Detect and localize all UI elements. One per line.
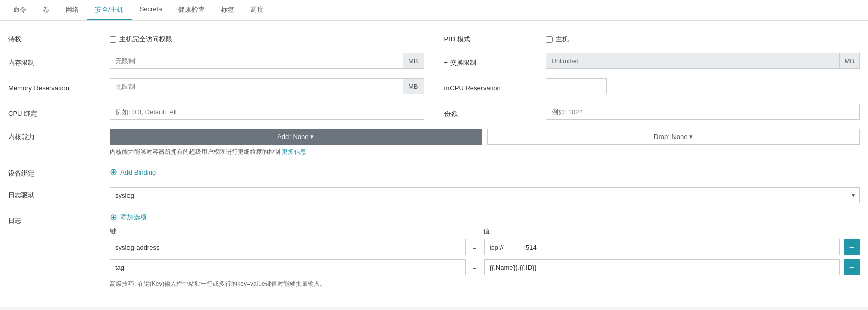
kernel-cap-hint: 内核能力能够对容器所拥有的超级用户权限进行更细粒度的控制 更多信息 (110, 148, 860, 156)
log-eq-sign-1: = (470, 244, 480, 251)
tab-security[interactable]: 安全/主机 (87, 0, 132, 20)
privilege-label: 特权 (8, 31, 110, 44)
mcpu-reservation-input[interactable] (546, 78, 607, 94)
pid-checkbox-label[interactable]: 主机 (556, 35, 569, 44)
tabs-bar: 命令 卷 网络 安全/主机 Secrets 健康检查 标签 调度 (0, 0, 868, 21)
log-delete-button-2[interactable]: − (844, 259, 860, 275)
log-val-input-1[interactable] (484, 239, 840, 255)
swap-limit-unit: MB (839, 53, 860, 69)
advanced-hint: 高级技巧: 在键(Key)输入栏中粘贴一行或多行的key=value键值对能够批… (110, 280, 860, 288)
tab-schedule[interactable]: 调度 (242, 0, 272, 20)
tab-command[interactable]: 命令 (5, 0, 35, 20)
privilege-checkbox-label[interactable]: 主机完全访问权限 (119, 35, 172, 44)
log-val-input-2[interactable] (484, 259, 840, 275)
cpu-binding-input[interactable] (110, 104, 424, 120)
log-key-input-1[interactable] (110, 239, 466, 255)
tab-volumes[interactable]: 卷 (35, 0, 57, 20)
capability-drop-button[interactable]: Drop: None ▾ (487, 129, 860, 145)
swap-limit-label: + 交换限制 (444, 55, 546, 67)
tab-secrets[interactable]: Secrets (132, 0, 170, 20)
cpu-binding-label: CPU 绑定 (8, 106, 110, 118)
add-option-plus-icon: ⊕ (110, 213, 117, 222)
shares-input[interactable] (546, 104, 860, 120)
tab-network[interactable]: 网络 (57, 0, 87, 20)
log-entry: = − (110, 259, 860, 275)
memory-reservation-unit: MB (403, 78, 424, 94)
tab-health[interactable]: 健康检查 (170, 0, 213, 20)
log-key-input-2[interactable] (110, 259, 466, 275)
pid-label: PID 模式 (444, 31, 546, 44)
log-delete-button-1[interactable]: − (844, 239, 860, 255)
log-driver-label: 日志驱动 (8, 187, 110, 200)
log-val-header: 值 (483, 227, 838, 236)
log-driver-select[interactable]: syslog (110, 187, 860, 203)
memory-reservation-label: Memory Reservation (8, 81, 110, 92)
pid-checkbox[interactable] (546, 36, 553, 43)
device-binding-label: 设备绑定 (8, 165, 110, 178)
add-binding-label[interactable]: Add Binding (120, 168, 156, 176)
log-label: 日志 (8, 213, 110, 225)
tab-labels[interactable]: 标签 (213, 0, 242, 20)
add-binding-plus-icon: ⊕ (110, 167, 117, 177)
add-binding-button[interactable]: ⊕ Add Binding (110, 165, 860, 177)
mcpu-reservation-label: mCPU Reservation (444, 81, 546, 92)
log-key-header: 键 (110, 227, 465, 236)
add-option-button[interactable]: ⊕ 添加选项 (110, 213, 860, 222)
memory-limit-unit: MB (403, 53, 424, 69)
memory-limit-label: 内存限制 (8, 55, 110, 67)
memory-limit-input[interactable] (110, 53, 403, 69)
shares-label: 份额 (444, 106, 546, 118)
kernel-cap-label: 内核能力 (8, 129, 110, 142)
capability-add-button[interactable]: Add: None ▾ (110, 129, 482, 145)
log-entry: = − (110, 239, 860, 255)
swap-limit-input[interactable] (546, 53, 839, 69)
kernel-cap-more-info-link[interactable]: 更多信息 (282, 148, 306, 155)
add-option-label[interactable]: 添加选项 (120, 213, 147, 222)
log-eq-sign-2: = (470, 264, 480, 271)
privilege-checkbox[interactable] (110, 36, 116, 43)
memory-reservation-input[interactable] (110, 78, 403, 94)
log-driver-select-wrapper: syslog ▾ (110, 187, 860, 203)
